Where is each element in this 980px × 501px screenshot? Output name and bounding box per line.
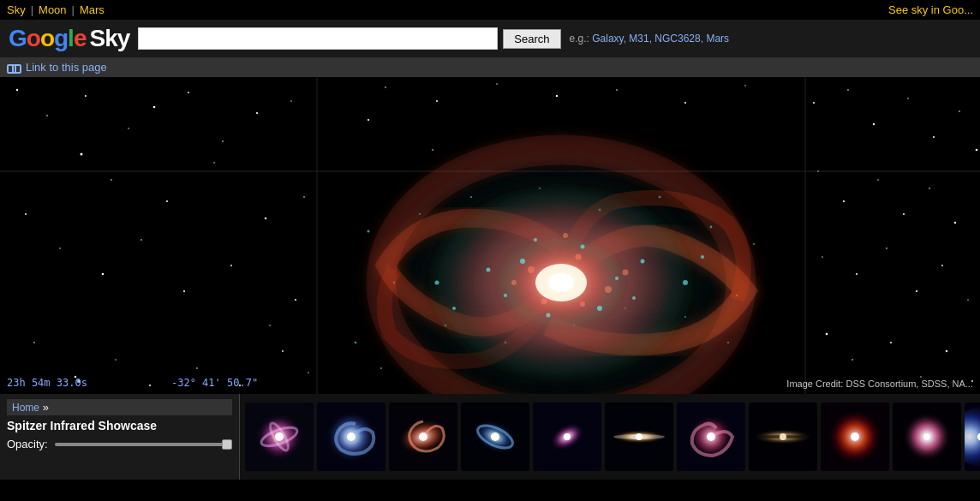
svg-point-107 [452,307,456,310]
coords-ra: 23h 54m 33.0s [7,377,87,389]
svg-point-3 [85,95,87,97]
thumbnail-1[interactable] [245,403,314,471]
svg-point-142 [707,432,715,441]
svg-point-111 [576,254,582,260]
svg-point-6 [188,92,189,93]
link-to-page[interactable]: Link to this page [26,61,107,74]
thumbnail-6[interactable] [605,403,673,471]
thumbnail-5[interactable] [533,403,601,471]
svg-point-11 [111,179,112,181]
svg-point-113 [580,301,585,307]
svg-point-33 [847,89,849,91]
svg-point-7 [222,140,224,142]
thumbnail-7[interactable] [677,403,745,471]
svg-point-27 [149,385,151,386]
sky-link[interactable]: Sky [7,3,26,16]
svg-point-97 [581,245,585,249]
svg-point-117 [623,270,629,276]
search-examples: e.g.: Galaxy, M31, NGC3628, Mars [570,33,730,45]
svg-point-31 [308,372,308,373]
svg-point-110 [528,266,535,273]
svg-point-18 [102,273,105,276]
thumbnail-2[interactable] [317,403,385,471]
image-credit: Image Credit: DSS Consortium, SDSS, NA..… [786,379,973,389]
svg-point-9 [290,100,291,101]
svg-point-116 [563,233,568,238]
svg-point-109 [701,255,704,259]
svg-point-125 [347,432,356,441]
thumbnail-4[interactable] [461,403,529,471]
thumbnail-11[interactable] [965,403,980,471]
svg-point-112 [605,286,612,293]
opacity-row: Opacity: [7,438,232,450]
opacity-label: Opacity: [7,438,48,450]
search-input[interactable] [138,27,498,50]
svg-point-105 [632,296,636,300]
svg-point-41 [877,179,878,180]
svg-point-38 [976,149,978,152]
svg-point-32 [813,102,815,104]
moon-link[interactable]: Moon [39,3,67,16]
header: Google Sky Search e.g.: Galaxy, M31, NGC… [0,20,980,57]
logo-l: l [68,25,74,52]
thumbnail-strip [240,394,980,480]
svg-point-146 [780,433,786,440]
svg-point-99 [597,306,602,311]
svg-point-61 [616,89,618,91]
svg-point-115 [511,280,517,285]
svg-point-43 [929,188,930,189]
svg-point-21 [230,265,232,266]
bottom-left-panel: Home » Spitzer Infrared Showcase Opacity… [0,394,240,480]
svg-point-101 [504,294,507,297]
svg-point-1 [16,89,18,91]
example-ngc3628[interactable]: NGC3628 [654,33,700,45]
logo-g2: g [54,25,68,52]
thumbnail-9[interactable] [821,403,889,471]
thumbnail-8[interactable] [749,403,817,471]
svg-point-4 [128,128,128,128]
svg-point-5 [153,106,156,109]
nav-sep-2: | [72,3,75,16]
mars-link[interactable]: Mars [80,3,105,16]
svg-point-40 [843,200,845,202]
example-mars[interactable]: Mars [706,33,729,45]
svg-point-34 [873,123,875,125]
link-icon [7,63,21,72]
logo-sky: Sky [89,25,129,52]
home-arrow: » [43,401,49,414]
svg-point-152 [923,433,930,440]
svg-point-24 [33,342,35,343]
thumbnail-3[interactable] [389,403,457,471]
svg-point-59 [496,83,497,84]
see-sky-link[interactable]: See sky in Goo... [888,3,973,16]
logo: Google Sky [9,25,129,52]
svg-point-135 [564,433,571,440]
svg-point-139 [636,433,642,440]
svg-point-98 [615,277,618,280]
svg-point-84 [355,342,357,344]
opacity-slider[interactable] [55,443,232,446]
coords-dec: -32° 41' 50.7" [171,377,258,389]
svg-point-103 [534,238,537,242]
svg-point-8 [256,112,258,114]
top-nav-right: See sky in Goo... [888,3,973,16]
showcase-title: Spitzer Infrared Showcase [7,419,232,432]
svg-point-22 [269,325,270,325]
sky-container[interactable]: 23h 54m 33.0s -32° 41' 50.7" Image Credi… [0,77,980,394]
svg-point-96 [520,259,525,264]
svg-point-44 [954,222,956,224]
svg-point-52 [852,359,853,361]
svg-point-42 [903,213,905,215]
svg-point-49 [941,265,943,266]
search-button[interactable]: Search [503,29,560,49]
nav-sep-1: | [31,3,33,16]
thumbnail-10[interactable] [893,403,961,471]
svg-point-36 [933,136,935,138]
svg-point-30 [282,350,284,352]
home-link[interactable]: Home [12,402,39,414]
svg-point-100 [547,313,551,318]
example-galaxy[interactable]: Galaxy [592,33,623,45]
example-m31[interactable]: M31 [629,33,648,45]
svg-point-28 [196,367,198,369]
svg-point-65 [432,149,433,151]
